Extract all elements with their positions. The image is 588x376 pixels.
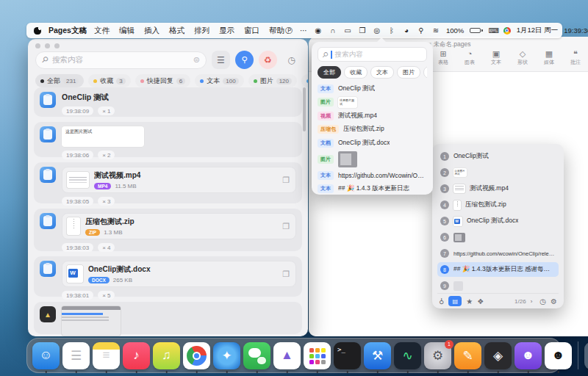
gear-icon[interactable]: ⚙ [551,297,557,306]
bluetooth-icon[interactable]: ᛒ [387,26,396,35]
clipboard-item[interactable]: ▲ [34,302,302,334]
traffic-lights[interactable] [35,43,60,48]
pakeplus-icon[interactable]: Ⓟ [284,26,293,36]
pages-tool-图表[interactable]: ◔图表 [462,49,478,66]
file-copy-icon[interactable]: ❐ [282,222,290,231]
popover-pill-文本[interactable]: 文本 [370,66,394,79]
dock-item-chrome[interactable] [183,342,210,369]
quick-panel-item[interactable]: 7https://github.com/wcowin/OneClip/relea… [437,246,559,261]
quick-panel-item[interactable]: 3测试视频.mp4 [437,181,559,196]
popover-item[interactable]: 文本## 🎉 1.4.3 版本更新日志 [318,184,427,195]
dock-item-launchpad[interactable] [304,342,331,369]
dock-item-qq-music[interactable]: ♫ [153,342,180,369]
search-input[interactable]: ⚲ 搜索内容 ⊜ [35,51,207,69]
menu-app-name[interactable]: Pages文稿 [49,26,87,36]
quick-panel-item[interactable]: 4压缩包测试.zip [437,198,559,212]
dock-item-terminal[interactable]: >_ [334,342,361,369]
keyboard-icon[interactable]: ⌨ [489,26,498,35]
menu-item-排列[interactable]: 排列 [194,26,209,36]
headphones-icon[interactable]: ∩ [329,26,337,35]
popover-pill-收藏[interactable]: 收藏 [344,66,368,79]
list-mode-button[interactable]: ▤ [448,296,462,306]
pages-tool-媒体[interactable]: ▦媒体 [541,49,557,66]
play-circle-icon[interactable]: ◉ [314,26,323,35]
pages-tool-形状[interactable]: ◇形状 [514,49,531,66]
filter-chip-文本[interactable]: 文本100 [195,74,243,87]
search-icon[interactable]: ⚲ [417,26,426,35]
pin-button[interactable]: ⚲ [235,51,254,69]
pages-tool-批注[interactable]: ❝批注 [567,49,584,66]
popover-item[interactable]: 视频测试视频.mp4 [318,110,427,121]
menu-item-显示[interactable]: 显示 [219,26,234,36]
apple-logo-icon[interactable] [34,27,41,35]
popover-pill-全部[interactable]: 全部 [318,66,341,79]
menu-item-帮助[interactable]: 帮助 [269,26,284,36]
star-icon[interactable]: ★ [466,297,473,306]
history-button[interactable]: ◷ [282,51,301,69]
popover-item[interactable]: 压缩包压缩包测试.zip [318,124,427,135]
menu-item-文件[interactable]: 文件 [94,26,110,36]
menu-item-插入[interactable]: 插入 [144,26,159,36]
dock-item-cube-app[interactable]: ◈ [484,342,512,369]
dock-item-finder[interactable]: ☺ [32,342,60,369]
pages-tool-文本[interactable]: ▣文本 [488,49,504,66]
filter-chip-图片[interactable]: 图片120 [248,74,297,87]
popover-item[interactable]: 文本OneClip 测试 [318,83,427,94]
pin-icon[interactable]: ⚲ [439,297,444,306]
dock-item-notes[interactable]: ≡ [93,342,120,369]
filter-chip-快捷回复[interactable]: 快捷回复6 [135,74,190,87]
filter-chip-收藏[interactable]: 收藏3 [88,74,130,87]
menubar-clock[interactable]: 19:39:36 [564,26,588,35]
popover-search-input[interactable]: ⚲ 搜索内容 [318,47,427,62]
quick-panel-item[interactable]: 8## 🎉 1.4.3版本更新日志 感谢每一位曾经和未... [437,262,559,277]
clock-icon[interactable]: ◷ [539,297,546,306]
menu-item-格式[interactable]: 格式 [169,26,184,36]
quick-panel-item[interactable]: 5OneClip 测试.docx [437,214,559,228]
filter-icon[interactable]: ⊜ [193,55,200,65]
filter-chip-文档[interactable]: 文档5 [301,74,308,87]
menu-item-窗口[interactable]: 窗口 [244,26,259,36]
dock-item-pages[interactable]: ✎ [454,342,481,369]
file-copy-icon[interactable]: ❐ [282,270,290,279]
clipboard-item[interactable]: OneClip 测试19:38:09× 1 [34,87,302,117]
quick-panel-item[interactable]: 9 [437,278,559,293]
compass-icon[interactable]: ◕ [402,26,411,35]
dock-item-apple-music[interactable]: ♪ [123,342,150,369]
popover-pill-图片[interactable]: 图片 [397,66,420,79]
clipboard-item[interactable]: 这是图片测试19:38:06× 2 [34,122,302,157]
wifi-icon[interactable]: ≋ [431,26,440,35]
dock-item-rocket-app[interactable]: ▲ [273,342,301,369]
pages-tool-表格[interactable]: ⊞表格 [435,49,451,66]
screen-record-icon[interactable]: ◎ [373,26,381,35]
dock-item-reminders[interactable]: ☰ [62,342,90,369]
dock-item-safari[interactable]: ✦ [213,342,240,369]
menubar-date[interactable]: 1月12日 周一 [517,26,559,35]
next-page-button[interactable]: › [531,298,533,305]
dock-item-xcode[interactable]: ⚒ [364,342,391,369]
dock-item-trash[interactable]: ♻ [584,342,588,369]
chrome-status-icon[interactable] [503,27,511,35]
scrollbar[interactable] [303,87,306,131]
tags-icon[interactable]: ❖ [477,297,484,306]
trash-button[interactable]: ♻ [259,51,277,69]
dock-item-system-settings[interactable]: ⚙1 [424,342,451,369]
popover-item[interactable]: 图片这是图片测试 [318,97,427,108]
filter-chip-全部[interactable]: 全部231 [35,74,84,87]
quick-panel-item[interactable]: 2这是图片测试 [437,165,559,180]
list-view-button[interactable]: ☰ [212,51,230,69]
clipboard-item[interactable]: 压缩包测试.zipZIP1.3 MB❐19:38:03× 4 [34,209,302,251]
quick-panel-item[interactable]: 1OneClip测试 [437,149,559,164]
dock-item-github[interactable]: ☻ [514,342,542,369]
clipboard-item[interactable]: OneClip测试.docxDOCX265 KB❐19:38:01× 5 [34,256,302,297]
popover-item[interactable]: 文档OneClip 测试.docx [318,137,427,148]
menu-item-编辑[interactable]: 编辑 [119,26,135,36]
popover-pill-文档[interactable]: 文档 [423,66,427,79]
popover-item[interactable]: 图片 [318,151,427,167]
clipboard-icon[interactable]: ❐ [358,26,367,35]
dock-item-wechat[interactable] [243,342,270,369]
dock-item-activity-monitor[interactable]: ∿ [394,342,421,369]
more-icon[interactable]: ⋯ [299,26,308,35]
clipboard-item[interactable]: 测试视频.mp4MP411.5 MB❐19:38:05× 3 [34,162,302,203]
quick-panel-item[interactable]: 6 [437,230,559,245]
popover-item[interactable]: 文本https://github.com/Wcowin/OneClip/r... [318,170,427,181]
